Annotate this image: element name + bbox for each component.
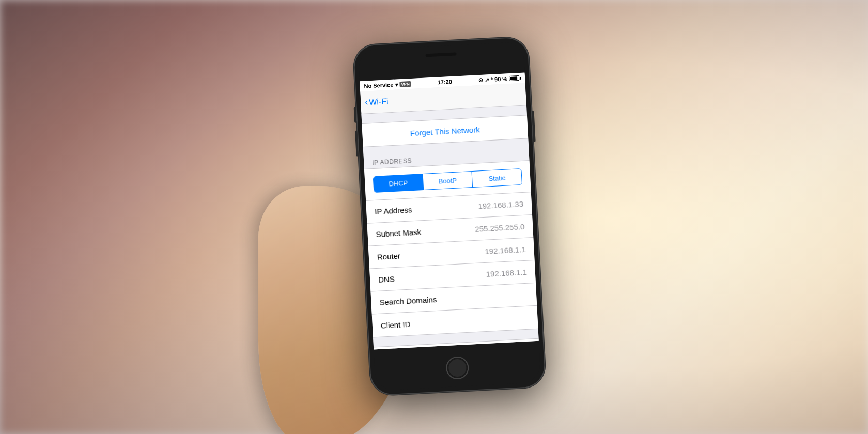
- status-right: ⊙ ↗ * 90 %: [478, 74, 521, 83]
- dhcp-tab[interactable]: DHCP: [374, 174, 424, 192]
- search-domains-label: Search Domains: [379, 290, 528, 307]
- wifi-icon: ▾: [395, 81, 398, 88]
- volume-down-button: [355, 131, 359, 157]
- dns-label: DNS: [378, 270, 486, 284]
- vpn-badge: VPN: [399, 81, 411, 87]
- forget-network-label[interactable]: Forget This Network: [370, 123, 519, 140]
- ip-address-section: DHCP BootP Static IP Address 192.168.1.3…: [364, 160, 538, 337]
- power-button: [532, 111, 536, 142]
- bluetooth-icon: *: [491, 76, 493, 83]
- battery-tip: [520, 76, 521, 79]
- router-label: Router: [377, 247, 485, 261]
- screen-content: No Service ▾ VPN 17:20 ⊙ ↗ * 90 %: [360, 72, 539, 349]
- location-icon: ⊙: [478, 76, 484, 83]
- back-label: Wi-Fi: [369, 97, 389, 107]
- status-time: 17:20: [437, 79, 452, 85]
- subnet-mask-label: Subnet Mask: [376, 225, 475, 239]
- status-left: No Service ▾ VPN: [364, 80, 411, 89]
- earpiece: [425, 52, 456, 57]
- bootp-tab[interactable]: BootP: [423, 172, 473, 190]
- settings-content[interactable]: Forget This Network IP ADDRESS DHCP: [361, 105, 538, 349]
- volume-up-button: [354, 107, 357, 123]
- arrow-icon: ↗: [485, 76, 490, 83]
- subnet-mask-value: 255.255.255.0: [475, 222, 525, 234]
- phone-inner: No Service ▾ VPN 17:20 ⊙ ↗ * 90 %: [358, 42, 541, 391]
- battery-icon: [509, 75, 521, 81]
- battery-fill: [510, 76, 517, 80]
- static-tab[interactable]: Static: [472, 169, 522, 187]
- battery-percent: 90 %: [494, 75, 508, 82]
- screen: No Service ▾ VPN 17:20 ⊙ ↗ * 90 %: [360, 72, 539, 349]
- back-chevron-icon: ‹: [365, 97, 368, 107]
- renew-lease-label[interactable]: Renew Lease: [382, 346, 531, 349]
- dns-value: 192.168.1.1: [486, 268, 527, 278]
- ip-segmented-control[interactable]: DHCP BootP Static: [373, 168, 522, 193]
- ip-address-label: IP Address: [375, 202, 478, 216]
- phone: No Service ▾ VPN 17:20 ⊙ ↗ * 90 %: [352, 36, 546, 396]
- ip-address-value: 192.168.1.33: [478, 199, 523, 211]
- home-button[interactable]: [445, 356, 469, 380]
- scene: No Service ▾ VPN 17:20 ⊙ ↗ * 90 %: [0, 0, 868, 434]
- router-value: 192.168.1.1: [485, 245, 526, 256]
- back-button[interactable]: ‹ Wi-Fi: [365, 96, 389, 107]
- carrier-text: No Service: [364, 82, 393, 89]
- battery-body: [509, 75, 519, 81]
- client-id-label: Client ID: [380, 313, 529, 330]
